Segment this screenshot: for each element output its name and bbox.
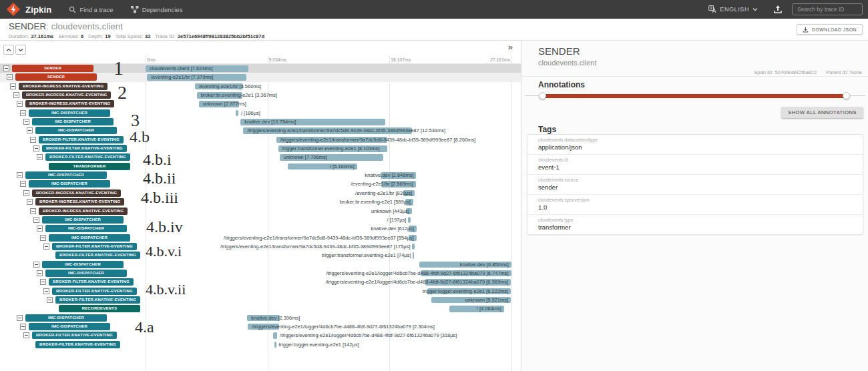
nav-find-a-trace[interactable]: Find a trace [69,6,113,13]
expand-toggle-icon[interactable] [43,288,49,294]
service-badge[interactable]: IMC-DISPATCHER [49,234,130,242]
service-badge[interactable]: BROKER-FILTER.KNATIVE-EVENTING [32,332,117,339]
service-badge[interactable]: RECORDEVENTS [59,305,140,312]
service-badge[interactable]: IMC-DISPATCHER [29,323,110,330]
expand-toggle-icon[interactable] [27,127,33,133]
service-badge[interactable]: BROKER-FILTER.KNATIVE-EVENTING [55,296,140,304]
span-row[interactable]: BROKER-FILTER.KNATIVE-EVENTINGtrigger:tr… [0,251,521,260]
span-row[interactable]: BROKER-FILTER.KNATIVE-EVENTINGtrigger:lo… [0,287,521,296]
slider-right-handle[interactable] [843,92,850,99]
span-row[interactable]: IMC-DISPATCHERknative.dev [612µs] [0,224,521,233]
span-row[interactable]: TRANSFORMER/ [5.160ms] [0,162,521,171]
nav-dependencies[interactable]: Dependencies [131,6,183,13]
expand-toggle-icon[interactable] [23,119,29,125]
span-row[interactable]: BROKER-FILTER.KNATIVE-EVENTING/triggers/… [0,278,521,286]
service-badge[interactable]: BROKER-FILTER.KNATIVE-EVENTING [42,145,127,152]
span-row[interactable]: BROKER-INGRESS.KNATIVE-EVENTINGunknown [… [0,207,521,216]
show-all-annotations-button[interactable]: SHOW ALL ANNOTATIONS [781,107,863,118]
span-row[interactable]: BROKER-FILTER.KNATIVE-EVENTINGunknown [5… [0,296,521,304]
span-row[interactable]: IMC-DISPATCHERknative.dev [10.754ms] [0,117,521,126]
search-by-trace-id-input[interactable] [792,3,863,15]
expand-toggle-icon[interactable] [37,226,43,232]
service-badge[interactable]: TRANSFORMER [49,163,130,170]
span-row[interactable]: BROKER-INGRESS.KNATIVE-EVENTING/eventing… [0,189,521,198]
expand-toggle-icon[interactable] [20,110,26,116]
span-row[interactable]: BROKER-INGRESS.KNATIVE-EVENTING/eventing… [0,82,521,91]
expand-toggle-icon[interactable] [43,244,49,250]
expand-toggle-icon[interactable] [17,315,23,321]
service-badge[interactable]: BROKER-FILTER.KNATIVE-EVENTING [35,341,120,348]
service-badge[interactable]: IMC-DISPATCHER [35,127,117,134]
span-row[interactable]: IMC-DISPATCHER/eventing-e2e1/br [2.569ms… [0,179,521,188]
span-row[interactable]: SENDER/eventing-e2e1/br [7.379ms] [0,73,521,81]
service-badge[interactable]: IMC-DISPATCHER [45,225,127,232]
span-row[interactable]: IMC-DISPATCHER/ [186µs] [0,109,521,117]
service-badge[interactable]: IMC-DISPATCHER [25,171,107,179]
span-row[interactable]: IMC-DISPATCHERknative.dev [2.396ms] [0,314,521,322]
service-badge[interactable]: IMC-DISPATCHER [29,109,110,117]
service-badge[interactable]: IMC-DISPATCHER [29,180,110,188]
expand-toggle-icon[interactable] [17,172,23,178]
span-row[interactable]: IMC-DISPATCHERknative.dev [2.648ms] [0,171,521,179]
span-row[interactable]: BROKER-FILTER.KNATIVE-EVENTING/triggers/… [0,331,521,340]
service-badge[interactable]: SENDER [12,65,93,72]
service-badge[interactable]: BROKER-INGRESS.KNATIVE-EVENTING [35,198,124,206]
expand-toggle-icon[interactable] [33,145,39,151]
span-row[interactable]: IMC-DISPATCHER/triggers/eventing-e2e1/tr… [0,234,521,242]
language-selector[interactable]: ENGLISH [705,5,761,13]
span-bar[interactable] [413,252,414,259]
expand-toggle-icon[interactable] [30,137,36,143]
expand-toggle-icon[interactable] [40,279,46,285]
collapse-all-button[interactable] [3,45,14,55]
expand-toggle-icon[interactable] [23,190,29,196]
span-row[interactable]: BROKER-INGRESS.KNATIVE-EVENTINGunknown [… [0,99,521,108]
expand-toggle-icon[interactable] [27,199,33,205]
span-row[interactable]: BROKER-FILTER.KNATIVE-EVENTING/triggers/… [0,135,521,144]
expand-toggle-icon[interactable] [40,235,46,241]
service-badge[interactable]: BROKER-INGRESS.KNATIVE-EVENTING [25,100,114,107]
service-badge[interactable]: BROKER-INGRESS.KNATIVE-EVENTING [22,91,111,99]
service-badge[interactable]: BROKER-FILTER.KNATIVE-EVENTING [49,278,134,286]
expand-toggle-icon[interactable] [33,217,39,223]
expand-toggle-icon[interactable] [37,270,43,276]
expand-toggle-icon[interactable] [20,181,26,187]
span-row[interactable]: RECORDEVENTS/ [4.064ms] [0,304,521,313]
expand-toggle-icon[interactable] [30,208,36,214]
service-badge[interactable]: IMC-DISPATCHER [45,270,127,277]
span-row[interactable]: BROKER-FILTER.KNATIVE-EVENTING/triggers/… [0,242,521,251]
service-badge[interactable]: BROKER-INGRESS.KNATIVE-EVENTING [32,190,121,197]
span-bar[interactable] [412,244,415,250]
expand-toggle-icon[interactable] [13,92,19,98]
upload-trace-button[interactable] [773,5,783,14]
span-bar[interactable] [274,342,276,348]
open-detail-panel-icon[interactable]: » [508,42,513,52]
span-bar[interactable] [236,110,238,117]
expand-toggle-icon[interactable] [47,297,53,303]
span-row[interactable]: IMC-DISPATCHER/triggers/eventing-e2e1/tr… [0,126,521,135]
span-row[interactable]: BROKER-INGRESS.KNATIVE-EVENTINGbroker:br… [0,198,521,206]
expand-toggle-icon[interactable] [23,332,29,338]
service-badge[interactable]: IMC-DISPATCHER [42,261,124,268]
span-row[interactable]: IMC-DISPATCHER/ [197µs] [0,216,521,224]
slider-selected-range[interactable] [542,94,847,98]
expand-toggle-icon[interactable] [3,65,9,71]
service-badge[interactable]: BROKER-FILTER.KNATIVE-EVENTING [52,243,137,250]
span-bar[interactable] [273,332,277,339]
span-row[interactable]: IMC-DISPATCHER/triggers/eventing-e2e1/lo… [0,322,521,331]
expand-all-button[interactable] [15,45,26,55]
service-badge[interactable]: SENDER [15,73,97,81]
span-row[interactable]: IMC-DISPATCHER/triggers/eventing-e2e1/lo… [0,269,521,278]
span-row[interactable]: BROKER-INGRESS.KNATIVE-EVENTINGbroker:br… [0,91,521,99]
service-badge[interactable]: IMC-DISPATCHER [25,314,107,322]
span-row[interactable]: BROKER-FILTER.KNATIVE-EVENTINGunknown [7… [0,153,521,161]
expand-toggle-icon[interactable] [17,101,23,107]
expand-toggle-icon[interactable] [37,154,43,160]
span-bar[interactable] [408,217,411,224]
service-badge[interactable]: IMC-DISPATCHER [42,216,124,224]
span-row[interactable]: BROKER-FILTER.KNATIVE-EVENTINGtrigger:tr… [0,144,521,153]
span-row[interactable]: SENDERcloudevents.client [7.624ms] [0,64,521,73]
service-badge[interactable]: IMC-DISPATCHER [32,118,114,125]
span-row[interactable]: BROKER-FILTER.KNATIVE-EVENTINGtrigger:lo… [0,340,521,349]
expand-toggle-icon[interactable] [33,262,39,268]
download-json-button[interactable]: DOWNLOAD JSON [797,24,863,35]
